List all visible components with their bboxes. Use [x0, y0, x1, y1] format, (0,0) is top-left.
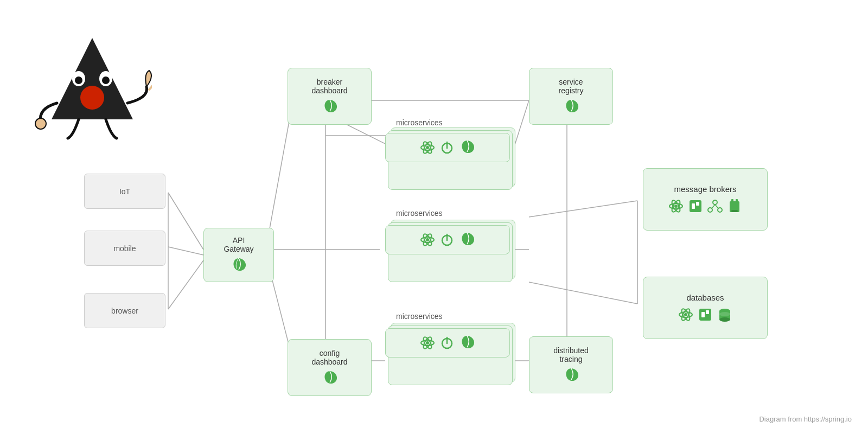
svg-point-53 [708, 208, 712, 212]
db-connector-icon [697, 307, 713, 323]
spring-leaf-icon-top [458, 139, 476, 156]
breaker-dashboard-label: breakerdashboard [311, 78, 347, 95]
tracing-leaf-icon [563, 367, 580, 384]
registry-leaf-icon [563, 98, 580, 116]
svg-rect-50 [692, 203, 695, 209]
breaker-dashboard-node: breakerdashboard [288, 68, 372, 125]
svg-rect-60 [731, 210, 738, 212]
svg-point-71 [719, 312, 730, 316]
browser-node: browser [84, 293, 165, 328]
svg-point-70 [719, 317, 730, 322]
broker-atom-icon [668, 198, 684, 214]
svg-line-2 [168, 260, 203, 309]
api-gateway-icons [230, 257, 247, 274]
activemq-icon [726, 198, 743, 214]
rabbitmq-icon [687, 198, 704, 214]
power-icon-bot [439, 335, 455, 351]
service-registry-node: serviceregistry [529, 68, 613, 125]
svg-point-52 [713, 200, 717, 205]
iot-label: IoT [119, 187, 130, 196]
svg-line-14 [529, 282, 637, 304]
config-dashboard-label: configdashboard [311, 349, 347, 366]
microservices-bot-stack [385, 328, 510, 388]
svg-point-27 [426, 146, 429, 149]
microservices-bot-label: microservices [396, 312, 443, 321]
atom-icon [419, 139, 436, 156]
svg-line-1 [168, 247, 203, 255]
db-atom-icon [678, 307, 694, 323]
svg-line-0 [168, 193, 203, 250]
svg-rect-65 [699, 309, 711, 321]
svg-point-33 [426, 238, 429, 241]
spring-leaf-icon [230, 257, 247, 274]
cylinder-db-icon [717, 307, 733, 323]
api-gateway-label: APIGateway [224, 236, 253, 253]
message-brokers-node: message brokers [643, 168, 768, 231]
mascot [33, 33, 152, 141]
api-gateway-node: APIGateway [203, 228, 274, 282]
svg-rect-66 [701, 312, 705, 317]
power-icon-mid [439, 232, 455, 248]
spring-leaf-icon-mid [458, 231, 476, 248]
mobile-label: mobile [113, 244, 136, 253]
svg-point-61 [684, 313, 687, 316]
svg-rect-58 [731, 199, 733, 202]
spring-leaf-icon-bot [458, 334, 476, 352]
microservices-mid-stack [385, 225, 510, 285]
svg-point-45 [674, 205, 678, 208]
databases-label: databases [686, 293, 724, 302]
svg-rect-51 [696, 202, 699, 206]
svg-line-56 [715, 205, 718, 208]
atom-icon-bot [419, 335, 436, 351]
power-icon [439, 139, 455, 156]
svg-point-21 [80, 86, 104, 110]
atom-icon-mid [419, 232, 436, 248]
iot-node: IoT [84, 174, 165, 209]
microservices-mid-label: microservices [396, 209, 443, 218]
distributed-tracing-node: distributedtracing [529, 336, 613, 393]
svg-point-23 [75, 76, 82, 84]
service-registry-label: serviceregistry [559, 78, 584, 95]
browser-label: browser [111, 307, 138, 315]
config-leaf-icon [321, 369, 339, 387]
svg-point-54 [718, 208, 722, 212]
breaker-leaf-icon [321, 98, 339, 116]
svg-rect-67 [706, 310, 709, 314]
svg-line-55 [712, 205, 715, 208]
mobile-node: mobile [84, 231, 165, 266]
svg-point-25 [102, 76, 110, 84]
microservices-top-stack [385, 133, 510, 193]
credit-text: Diagram from https://spring.io [759, 415, 852, 423]
distributed-tracing-label: distributedtracing [553, 346, 589, 363]
svg-line-13 [529, 201, 637, 217]
config-dashboard-node: configdashboard [288, 339, 372, 396]
microservices-top-label: microservices [396, 118, 443, 127]
kafka-icon [707, 198, 723, 214]
message-brokers-label: message brokers [674, 184, 736, 194]
svg-rect-49 [690, 200, 701, 212]
databases-node: databases [643, 277, 768, 339]
svg-point-26 [35, 118, 46, 129]
svg-point-39 [426, 341, 429, 344]
svg-rect-59 [736, 199, 738, 202]
